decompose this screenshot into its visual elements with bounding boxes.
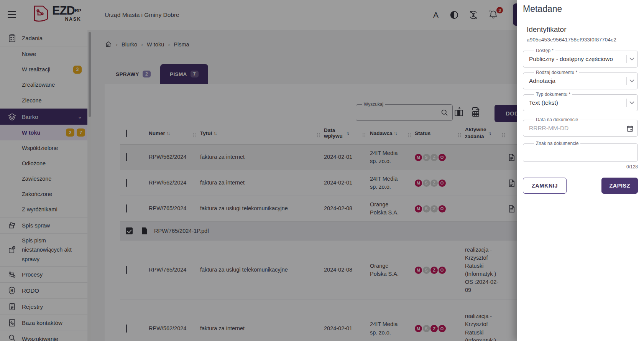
identifier-value: a905c453e95641758ef933f0f87704c2 bbox=[527, 37, 638, 43]
save-button[interactable]: ZAPISZ bbox=[601, 178, 638, 194]
dostep-select[interactable]: Dostęp * Publiczny - dostępny częściowo bbox=[523, 51, 638, 68]
identifier-section: Identyfikator a905c453e95641758ef933f0f8… bbox=[523, 25, 638, 43]
date-placeholder: RRRR-MM-DD bbox=[529, 125, 568, 132]
drawer-actions: ZAMKNIJ ZAPISZ bbox=[523, 178, 638, 194]
chevron-down-icon[interactable] bbox=[629, 99, 634, 104]
rodzaj-dokumentu-select[interactable]: Rodzaj dokumentu * Adnotacja bbox=[523, 72, 638, 89]
calendar-icon[interactable] bbox=[627, 125, 633, 132]
app-root: EZDRP NASK Urząd Miasta i Gminy Dobre A … bbox=[0, 0, 644, 341]
chevron-down-icon[interactable] bbox=[629, 56, 634, 61]
znak-na-dokumencie-field[interactable]: Znak na dokumencie bbox=[523, 143, 638, 162]
chevron-down-icon[interactable] bbox=[629, 77, 634, 82]
close-button[interactable]: ZAMKNIJ bbox=[523, 178, 567, 194]
typ-dokumentu-select[interactable]: Typ dokumentu * Text (tekst) bbox=[523, 94, 638, 111]
metadata-drawer: Metadane Identyfikator a905c453e95641758… bbox=[517, 0, 644, 341]
identifier-label: Identyfikator bbox=[527, 25, 638, 34]
drawer-title: Metadane bbox=[523, 4, 638, 14]
data-na-dokumencie-field[interactable]: Data na dokumencie RRRR-MM-DD bbox=[523, 120, 638, 137]
char-counter: 0/128 bbox=[523, 164, 638, 170]
